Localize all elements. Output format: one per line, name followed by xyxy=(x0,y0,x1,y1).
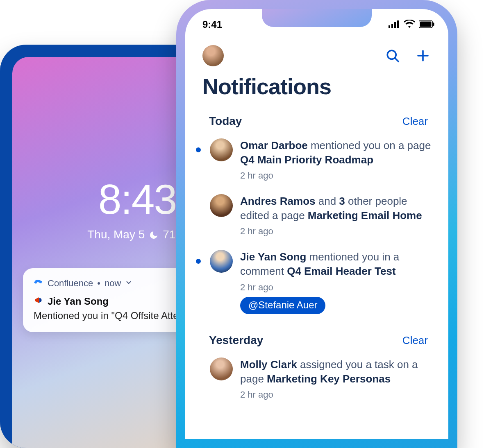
lockscreen-date: Thu, May 5 xyxy=(87,228,145,241)
section-title: Yesterday xyxy=(209,334,263,347)
notification-item[interactable]: Jie Yan Song mentioned you in a comment … xyxy=(194,243,432,320)
avatar[interactable] xyxy=(210,250,233,273)
push-sender: Jie Yan Song xyxy=(48,296,109,307)
search-button[interactable] xyxy=(384,48,401,64)
notification-item[interactable]: Molly Clark assigned you a task on a pag… xyxy=(194,351,432,407)
iphone-frame: 9:41 Notifications xyxy=(176,0,457,448)
notification-text: Jie Yan Song mentioned you in a comment … xyxy=(240,250,432,278)
yesterday-list: Molly Clark assigned you a task on a pag… xyxy=(185,351,448,407)
avatar[interactable] xyxy=(210,357,233,380)
mention-chip[interactable]: @Stefanie Auer xyxy=(240,297,325,314)
notification-text: Omar Darboe mentioned you on a page Q4 M… xyxy=(240,138,432,167)
svg-rect-3 xyxy=(397,20,399,28)
svg-rect-2 xyxy=(394,22,396,28)
avatar[interactable] xyxy=(210,194,233,217)
current-user-avatar[interactable] xyxy=(202,45,224,66)
app-header xyxy=(185,34,448,66)
app-screen: 9:41 Notifications xyxy=(185,9,448,439)
push-app-name: Confluence xyxy=(48,278,93,289)
notification-time: 2 hr ago xyxy=(240,282,432,293)
svg-rect-1 xyxy=(391,24,393,28)
push-bullet: • xyxy=(97,278,100,289)
svg-line-8 xyxy=(395,58,398,61)
cellular-icon xyxy=(389,19,400,30)
notification-text: Andres Ramos and 3 other people edited a… xyxy=(240,194,432,223)
confluence-icon xyxy=(34,277,43,290)
battery-icon xyxy=(419,19,434,30)
page-title: Notifications xyxy=(185,66,448,102)
unread-dot-icon xyxy=(196,259,201,264)
avatar[interactable] xyxy=(210,138,233,161)
section-title: Today xyxy=(209,115,242,128)
notification-item[interactable]: Omar Darboe mentioned you on a page Q4 M… xyxy=(194,132,432,188)
wifi-icon xyxy=(404,19,415,30)
today-list: Omar Darboe mentioned you on a page Q4 M… xyxy=(185,132,448,321)
unread-dot-icon xyxy=(196,147,201,152)
iphone-notch xyxy=(262,9,372,27)
status-time: 9:41 xyxy=(202,19,222,30)
megaphone-icon xyxy=(34,295,43,308)
notification-time: 2 hr ago xyxy=(240,170,432,181)
notification-text: Molly Clark assigned you a task on a pag… xyxy=(240,357,432,386)
notification-time: 2 hr ago xyxy=(240,226,432,237)
chevron-down-icon[interactable] xyxy=(125,278,132,289)
notification-time: 2 hr ago xyxy=(240,389,432,400)
svg-rect-5 xyxy=(420,22,432,27)
svg-rect-6 xyxy=(433,23,434,26)
moon-icon xyxy=(149,230,159,240)
section-header-today: Today Clear xyxy=(185,102,448,132)
push-when: now xyxy=(105,278,121,289)
clear-yesterday-link[interactable]: Clear xyxy=(402,334,428,347)
section-header-yesterday: Yesterday Clear xyxy=(185,321,448,351)
create-button[interactable] xyxy=(415,48,431,64)
svg-rect-0 xyxy=(389,25,390,28)
notification-item[interactable]: Andres Ramos and 3 other people edited a… xyxy=(194,188,432,243)
clear-today-link[interactable]: Clear xyxy=(402,115,428,128)
